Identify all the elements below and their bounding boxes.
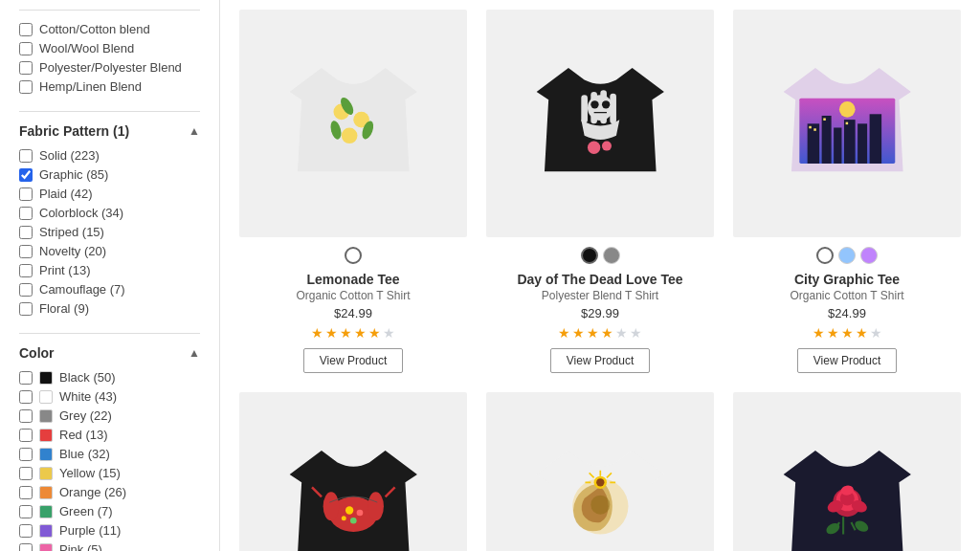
fabric-pattern-checkbox[interactable] [19, 264, 33, 277]
color-filter-item[interactable]: Green (7) [19, 504, 200, 518]
star-filled: ★ [572, 325, 585, 341]
product-color-swatch[interactable] [345, 247, 362, 264]
color-checkbox[interactable] [19, 543, 33, 552]
product-card: Day of The Dead Love Tee Polyester Blend… [486, 10, 714, 373]
star-filled: ★ [827, 325, 839, 341]
fabric-pattern-checkbox[interactable] [19, 245, 33, 258]
svg-point-16 [839, 101, 856, 118]
color-filter-item[interactable]: Orange (26) [19, 485, 200, 499]
color-filter-item[interactable]: Red (13) [19, 428, 200, 442]
product-color-swatch[interactable] [860, 247, 878, 264]
fabric-pattern-label: Striped (15) [39, 225, 104, 239]
product-color-swatch[interactable] [838, 247, 856, 264]
fabric-blend-checkbox[interactable] [19, 80, 33, 94]
fabric-blend-item[interactable]: Cotton/Cotton blend [19, 22, 200, 36]
svg-point-28 [323, 492, 339, 520]
color-swatch [39, 448, 53, 461]
color-swatches [816, 247, 878, 264]
fabric-pattern-item[interactable]: Solid (223) [19, 148, 200, 163]
fabric-pattern-item[interactable]: Striped (15) [19, 225, 200, 239]
svg-point-33 [356, 509, 363, 516]
fabric-blends-list: Cotton/Cotton blendWool/Wool BlendPolyes… [19, 22, 200, 94]
color-swatches [345, 247, 362, 264]
fabric-pattern-checkbox[interactable] [19, 283, 33, 297]
view-product-button[interactable]: View Product [550, 348, 650, 373]
color-label: Blue (32) [59, 447, 110, 461]
fabric-pattern-title[interactable]: Fabric Pattern (1) ▲ [19, 123, 200, 139]
fabric-pattern-checkbox[interactable] [19, 207, 33, 220]
color-checkbox[interactable] [19, 524, 33, 538]
color-checkbox[interactable] [19, 505, 33, 518]
product-price: $24.99 [334, 306, 372, 320]
color-section: Color ▲ Black (50)White (43)Grey (22)Red… [19, 345, 200, 551]
svg-point-14 [602, 141, 612, 150]
color-filter-item[interactable]: Yellow (15) [19, 466, 200, 480]
fabric-pattern-item[interactable]: Colorblock (34) [19, 206, 200, 220]
color-label: Green (7) [59, 504, 113, 518]
svg-point-2 [342, 127, 358, 143]
fabric-blend-item[interactable]: Hemp/Linen Blend [19, 79, 200, 94]
view-product-button[interactable]: View Product [303, 348, 403, 373]
color-label: Orange (26) [59, 485, 126, 499]
color-checkbox[interactable] [19, 467, 33, 480]
color-checkbox[interactable] [19, 390, 33, 404]
fabric-pattern-item[interactable]: Graphic (85) [19, 167, 200, 182]
fabric-blend-checkbox[interactable] [19, 61, 33, 75]
fabric-blend-checkbox[interactable] [19, 23, 33, 36]
color-filter-item[interactable]: Grey (22) [19, 408, 200, 423]
fabric-blend-checkbox[interactable] [19, 42, 33, 55]
fabric-pattern-item[interactable]: Print (13) [19, 263, 200, 277]
fabric-pattern-item[interactable]: Plaid (42) [19, 187, 200, 201]
fabric-pattern-label: Floral (9) [39, 301, 89, 316]
fabric-pattern-checkbox[interactable] [19, 187, 33, 201]
color-label: Grey (22) [59, 408, 112, 423]
product-color-swatch[interactable] [581, 247, 598, 264]
fabric-pattern-checkbox[interactable] [19, 302, 33, 316]
color-title[interactable]: Color ▲ [19, 345, 200, 361]
color-checkbox[interactable] [19, 486, 33, 499]
fabric-pattern-checkbox[interactable] [19, 149, 33, 163]
svg-rect-22 [869, 114, 880, 164]
fabric-blend-item[interactable]: Polyester/Polyester Blend [19, 60, 200, 75]
svg-rect-18 [821, 116, 831, 164]
svg-point-35 [342, 516, 346, 520]
fabric-pattern-checkbox[interactable] [19, 168, 33, 182]
product-type: Organic Cotton T Shirt [791, 289, 904, 302]
star-filled: ★ [813, 325, 825, 341]
svg-point-34 [350, 518, 357, 524]
star-filled: ★ [558, 325, 570, 341]
product-color-swatch[interactable] [816, 247, 834, 264]
fabric-blend-item[interactable]: Wool/Wool Blend [19, 41, 200, 55]
color-checkbox[interactable] [19, 429, 33, 442]
fabric-pattern-item[interactable]: Camouflage (7) [19, 282, 200, 297]
fabric-pattern-section: Fabric Pattern (1) ▲ Solid (223)Graphic … [19, 123, 200, 316]
fabric-pattern-label: Plaid (42) [39, 187, 93, 201]
product-color-swatch[interactable] [603, 247, 620, 264]
chevron-up-icon-2: ▲ [189, 346, 200, 360]
product-type: Organic Cotton T Shirt [297, 289, 411, 302]
color-filter-item[interactable]: Blue (32) [19, 447, 200, 461]
svg-rect-20 [844, 120, 856, 164]
color-checkbox[interactable] [19, 371, 33, 385]
product-name: Lemonade Tee [307, 272, 400, 287]
chevron-up-icon: ▲ [189, 124, 200, 138]
fabric-blend-label: Polyester/Polyester Blend [39, 60, 182, 75]
color-swatch [39, 390, 53, 404]
fabric-pattern-item[interactable]: Floral (9) [19, 301, 200, 316]
star-filled: ★ [841, 325, 854, 341]
color-checkbox[interactable] [19, 448, 33, 461]
color-swatch [39, 429, 53, 442]
fabric-pattern-item[interactable]: Novelty (20) [19, 244, 200, 258]
view-product-button[interactable]: View Product [797, 348, 897, 373]
star-filled: ★ [354, 325, 367, 341]
color-label: Pink (5) [59, 542, 102, 551]
color-filter-item[interactable]: White (43) [19, 389, 200, 404]
fabric-pattern-checkbox[interactable] [19, 226, 33, 239]
color-checkbox[interactable] [19, 409, 33, 423]
color-label: Purple (11) [59, 523, 121, 538]
color-filter-item[interactable]: Black (50) [19, 370, 200, 385]
color-list: Black (50)White (43)Grey (22)Red (13)Blu… [19, 370, 200, 551]
color-filter-item[interactable]: Purple (11) [19, 523, 200, 538]
color-filter-item[interactable]: Pink (5) [19, 542, 200, 551]
star-empty: ★ [870, 325, 882, 341]
